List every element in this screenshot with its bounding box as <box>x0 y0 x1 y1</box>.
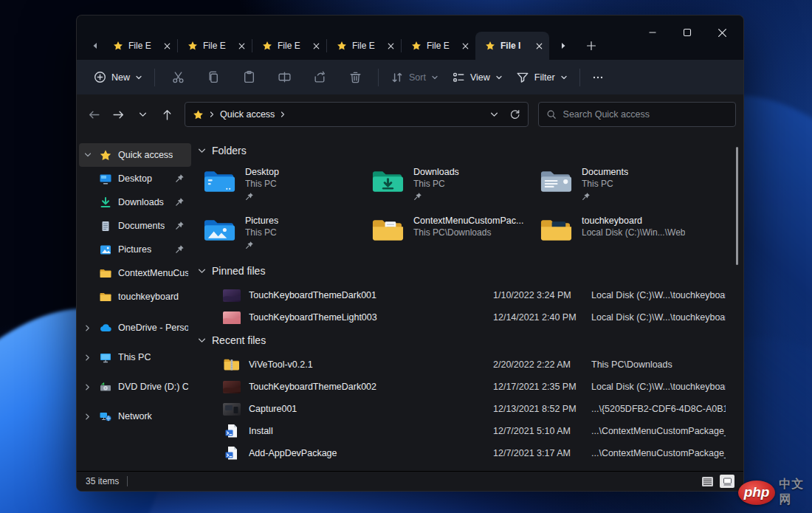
downloads-folder-icon <box>371 168 405 197</box>
file-row-vivetool[interactable]: ViVeTool-v0.2.1 2/20/2022 2:22 AM This P… <box>198 354 733 376</box>
view-button[interactable]: View <box>445 66 509 89</box>
maximize-button[interactable] <box>676 22 698 43</box>
close-icon[interactable] <box>162 41 173 52</box>
see-more-button[interactable] <box>585 65 610 90</box>
paste-button[interactable] <box>231 65 266 90</box>
tile-text: ContextMenuCustomPac... This PC\Download… <box>413 215 523 251</box>
copy-button[interactable] <box>196 65 231 90</box>
section-header-pinned-files[interactable]: Pinned files <box>198 261 733 281</box>
tab-file-explorer-5[interactable]: File E <box>402 32 475 60</box>
sidebar-item-dvd-drive[interactable]: DVD Drive (D:) CCCC <box>79 372 191 402</box>
script-file-icon <box>223 424 241 438</box>
tab-scroll-left-button[interactable] <box>87 32 103 60</box>
new-button[interactable]: New <box>87 66 149 88</box>
share-button[interactable] <box>302 65 337 90</box>
cut-button[interactable] <box>160 65 196 90</box>
folder-tile-touchkeyboard[interactable]: touchkeyboard Local Disk (C:)\Win...\Web <box>539 215 707 251</box>
address-bar[interactable]: Quick access <box>185 102 529 127</box>
pin-icon <box>175 173 185 183</box>
file-row-touchkeyboardthemedark001[interactable]: TouchKeyboardThemeDark001 1/10/2022 3:24… <box>198 284 733 306</box>
plus-circle-icon <box>94 71 106 83</box>
pictures-icon <box>99 244 112 256</box>
folder-tile-desktop[interactable]: Desktop This PC <box>202 166 371 202</box>
sidebar-item-downloads[interactable]: Downloads <box>79 190 191 214</box>
items-count: 35 items <box>86 476 119 486</box>
caret-right-icon <box>560 42 567 49</box>
folder-tile-downloads[interactable]: Downloads This PC <box>371 166 539 202</box>
sidebar-item-label: Desktop <box>118 173 152 184</box>
pin-icon <box>175 244 185 254</box>
delete-button[interactable] <box>337 65 373 90</box>
chevron-down-icon <box>135 74 142 81</box>
tab-file-explorer-4[interactable]: File E <box>327 32 401 60</box>
chevron-right-icon[interactable] <box>84 325 96 331</box>
thumbnail-view-button[interactable] <box>720 475 734 488</box>
close-icon[interactable] <box>534 41 545 52</box>
close-icon[interactable] <box>460 41 471 52</box>
close-icon[interactable] <box>385 41 396 52</box>
file-row-add-appdevpackage[interactable]: Add-AppDevPackage 12/7/2021 3:17 AM ...\… <box>198 442 733 464</box>
folder-tile-contextmenucustompac[interactable]: ContextMenuCustomPac... This PC\Download… <box>371 215 539 251</box>
chevron-down-icon[interactable] <box>84 151 96 159</box>
sidebar-item-quick-access[interactable]: Quick access <box>79 143 191 167</box>
close-window-button[interactable] <box>711 22 733 43</box>
folder-with-image-icon <box>539 216 574 246</box>
sidebar-item-pictures[interactable]: Pictures <box>79 238 191 261</box>
details-view-button[interactable] <box>700 475 715 488</box>
close-icon[interactable] <box>311 41 322 52</box>
sidebar-item-network[interactable]: Network <box>79 402 191 431</box>
close-icon[interactable] <box>236 41 247 52</box>
file-row-capture001[interactable]: Capture001 12/13/2021 8:52 PM ...\{5205D… <box>198 398 733 420</box>
sidebar-item-contextmenucust[interactable]: ContextMenuCust <box>79 261 191 285</box>
address-dropdown-icon[interactable] <box>490 111 498 119</box>
file-row-install[interactable]: Install 12/7/2021 5:10 AM ...\ContextMen… <box>198 420 733 442</box>
tab-scroll-right-button[interactable] <box>555 32 571 60</box>
file-row-touchkeyboardthemelight003[interactable]: TouchKeyboardThemeLight003 12/14/2021 2:… <box>198 306 733 328</box>
tab-file-explorer-3[interactable]: File E <box>252 32 326 60</box>
search-box[interactable] <box>538 102 736 127</box>
folder-tile-pictures[interactable]: Pictures This PC <box>202 215 371 251</box>
refresh-icon[interactable] <box>509 109 520 120</box>
filter-button[interactable]: Filter <box>509 66 574 89</box>
back-button[interactable] <box>84 104 103 125</box>
monitor-icon <box>99 351 112 364</box>
vertical-scrollbar[interactable] <box>736 147 738 265</box>
new-tab-button[interactable] <box>580 32 602 60</box>
up-button[interactable] <box>157 104 176 125</box>
section-title: Folders <box>212 145 247 156</box>
tab-file-explorer-1[interactable]: File E <box>103 32 177 60</box>
zip-folder-icon <box>223 357 241 372</box>
tile-text: Pictures This PC <box>245 215 278 251</box>
breadcrumb[interactable]: Quick access <box>220 109 275 120</box>
sort-button[interactable]: Sort <box>384 66 445 89</box>
pin-icon <box>245 241 254 249</box>
rename-button[interactable] <box>266 65 302 90</box>
sidebar-item-onedrive[interactable]: OneDrive - Personal <box>79 313 191 342</box>
tile-location: This PC <box>582 178 628 190</box>
documents-icon <box>99 220 112 233</box>
tab-file-explorer-2[interactable]: File E <box>178 32 252 60</box>
tile-name: touchkeyboard <box>582 215 685 227</box>
chevron-right-icon[interactable] <box>84 384 96 390</box>
section-header-recent-files[interactable]: Recent files <box>198 330 733 351</box>
folder-tile-documents[interactable]: Documents This PC <box>539 166 707 202</box>
sidebar-item-documents[interactable]: Documents <box>79 214 191 238</box>
recent-locations-button[interactable] <box>133 104 152 125</box>
forward-button[interactable] <box>109 104 128 125</box>
chevron-right-icon[interactable] <box>84 413 96 420</box>
image-thumbnail-icon <box>223 379 241 394</box>
sidebar-item-this-pc[interactable]: This PC <box>79 342 191 372</box>
sidebar-item-desktop[interactable]: Desktop <box>79 167 191 190</box>
section-header-folders[interactable]: Folders <box>198 140 733 161</box>
desktop-folder-icon <box>202 168 237 197</box>
file-row-touchkeyboardthemedark002[interactable]: TouchKeyboardThemeDark002 12/17/2021 2:3… <box>198 376 733 398</box>
file-name: TouchKeyboardThemeDark001 <box>249 290 437 300</box>
minimize-button[interactable] <box>641 22 664 43</box>
tab-file-explorer-active[interactable]: File I <box>475 32 549 60</box>
chevron-right-icon[interactable] <box>84 354 96 361</box>
search-input[interactable] <box>562 109 728 120</box>
file-location: ...\{5205DFB2-CDF6-4D8C-A0B1-3... <box>591 404 726 414</box>
filter-button-label: Filter <box>534 72 555 83</box>
sidebar-item-touchkeyboard[interactable]: touchkeyboard <box>79 285 191 309</box>
recent-files-list: ViVeTool-v0.2.1 2/20/2022 2:22 AM This P… <box>198 354 733 464</box>
